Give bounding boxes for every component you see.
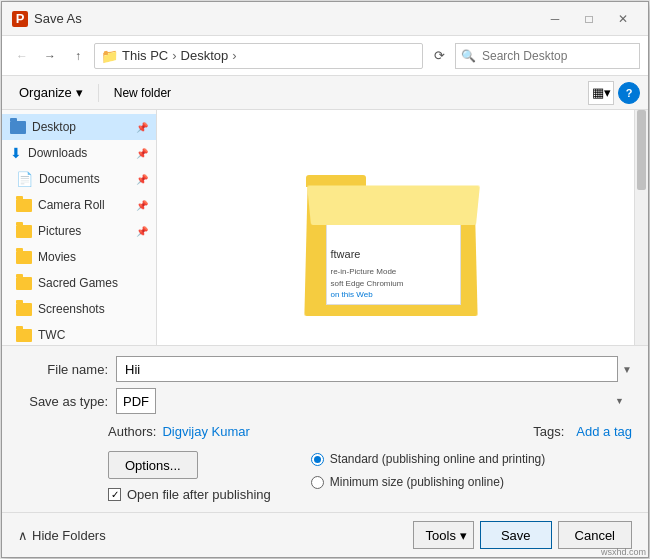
save-type-label: Save as type:	[18, 394, 108, 409]
watermark: wsxhd.com	[601, 547, 646, 557]
scrollbar-thumb[interactable]	[637, 110, 646, 190]
breadcrumb-folder-icon: 📁	[101, 48, 118, 64]
hide-folders-chevron-icon: ∧	[18, 528, 28, 543]
tools-chevron-icon: ▾	[460, 528, 467, 543]
title-bar-controls: ─ □ ✕	[540, 9, 638, 29]
breadcrumb-chevron: ›	[232, 48, 236, 63]
radio-minimum-row[interactable]: Minimum size (publishing online)	[311, 474, 545, 491]
breadcrumb-separator: ›	[172, 48, 176, 63]
forward-button[interactable]: →	[38, 44, 62, 68]
refresh-button[interactable]: ⟳	[427, 44, 451, 68]
sidebar-item-desktop[interactable]: Desktop 📌	[2, 114, 156, 140]
search-container: 🔍	[455, 43, 640, 69]
bottom-area: File name: ▼ Save as type: PDF Authors: …	[2, 345, 648, 512]
toolbar-right: ▦ ▾ ?	[588, 81, 640, 105]
toolbar: Organize ▾ New folder ▦ ▾ ?	[2, 76, 648, 110]
authors-label: Authors:	[108, 424, 156, 439]
view-chevron-icon: ▾	[604, 85, 611, 100]
save-as-dialog: P Save As ─ □ ✕ ← → ↑ 📁 This PC › Deskto…	[1, 1, 649, 558]
view-button[interactable]: ▦ ▾	[588, 81, 614, 105]
title-bar: P Save As ─ □ ✕	[2, 2, 648, 36]
options-button[interactable]: Options...	[108, 451, 198, 479]
footer-right: Tools ▾ Save Cancel	[413, 521, 632, 549]
file-name-chevron: ▼	[622, 364, 632, 375]
radio-minimum[interactable]	[311, 476, 324, 489]
screenshots-icon	[16, 303, 32, 316]
sidebar-item-sacred-games[interactable]: Sacred Games	[2, 270, 156, 296]
file-name-input[interactable]	[116, 356, 618, 382]
sidebar-item-documents[interactable]: 📄 Documents 📌	[2, 166, 156, 192]
folder-paper-text: ftware re-in-Picture Mode soft Edge Chro…	[327, 243, 408, 304]
scrollbar[interactable]	[634, 110, 648, 345]
folder-flap	[307, 186, 480, 225]
folder-visual: ftware re-in-Picture Mode soft Edge Chro…	[306, 155, 486, 315]
content-area: Desktop 📌 ⬇ Downloads 📌 📄 Documents 📌 Ca…	[2, 110, 648, 345]
hide-folders-button[interactable]: ∧ Hide Folders	[18, 528, 106, 543]
close-button[interactable]: ✕	[608, 9, 638, 29]
file-name-row: File name: ▼	[18, 356, 632, 382]
pictures-icon	[16, 225, 32, 238]
back-button[interactable]: ←	[10, 44, 34, 68]
save-type-select[interactable]: PDF	[116, 388, 156, 414]
pin-icon: 📌	[136, 122, 148, 133]
organize-button[interactable]: Organize ▾	[10, 81, 92, 105]
sidebar-item-pictures[interactable]: Pictures 📌	[2, 218, 156, 244]
help-button[interactable]: ?	[618, 82, 640, 104]
sidebar: Desktop 📌 ⬇ Downloads 📌 📄 Documents 📌 Ca…	[2, 110, 157, 345]
right-options: Standard (publishing online and printing…	[311, 451, 545, 502]
cancel-button[interactable]: Cancel	[558, 521, 632, 549]
documents-icon: 📄	[16, 171, 33, 187]
tags-label: Tags:	[533, 424, 564, 439]
file-name-label: File name:	[18, 362, 108, 377]
save-button[interactable]: Save	[480, 521, 552, 549]
sidebar-item-camera-roll[interactable]: Camera Roll 📌	[2, 192, 156, 218]
open-file-label: Open file after publishing	[127, 487, 271, 502]
radio-standard-label: Standard (publishing online and printing…	[330, 451, 545, 468]
search-input[interactable]	[455, 43, 640, 69]
radio-standard-row[interactable]: Standard (publishing online and printing…	[311, 451, 545, 468]
sidebar-item-movies[interactable]: Movies	[2, 244, 156, 270]
movies-icon	[16, 251, 32, 264]
hide-folders-label: Hide Folders	[32, 528, 106, 543]
nav-bar: ← → ↑ 📁 This PC › Desktop › ⟳ 🔍	[2, 36, 648, 76]
dialog-title: Save As	[34, 11, 540, 26]
sidebar-item-downloads[interactable]: ⬇ Downloads 📌	[2, 140, 156, 166]
sacred-games-icon	[16, 277, 32, 290]
pin-icon-docs: 📌	[136, 174, 148, 185]
scrollbar-track	[635, 110, 648, 345]
minimize-button[interactable]: ─	[540, 9, 570, 29]
camera-roll-icon	[16, 199, 32, 212]
app-icon: P	[12, 11, 28, 27]
tags-value[interactable]: Add a tag	[576, 424, 632, 439]
left-options: Options... ✓ Open file after publishing	[108, 451, 271, 502]
maximize-button[interactable]: □	[574, 9, 604, 29]
new-folder-button[interactable]: New folder	[105, 81, 180, 105]
downloads-arrow-icon: ⬇	[10, 145, 22, 161]
tools-button[interactable]: Tools ▾	[413, 521, 474, 549]
main-area[interactable]: ftware re-in-Picture Mode soft Edge Chro…	[157, 110, 634, 345]
footer: ∧ Hide Folders Tools ▾ Save Cancel wsxhd…	[2, 512, 648, 557]
open-file-checkbox[interactable]: ✓	[108, 488, 121, 501]
folder-preview: ftware re-in-Picture Mode soft Edge Chro…	[306, 130, 486, 340]
sidebar-item-screenshots[interactable]: Screenshots	[2, 296, 156, 322]
pin-icon-camera: 📌	[136, 200, 148, 211]
save-type-row: Save as type: PDF	[18, 388, 632, 414]
radio-standard[interactable]	[311, 453, 324, 466]
radio-minimum-label: Minimum size (publishing online)	[330, 474, 504, 491]
toolbar-separator	[98, 84, 99, 102]
authors-value[interactable]: Digvijay Kumar	[162, 424, 249, 439]
desktop-folder-icon	[10, 121, 26, 134]
pin-icon-downloads: 📌	[136, 148, 148, 159]
search-icon: 🔍	[461, 49, 476, 63]
breadcrumb-this-pc[interactable]: This PC	[122, 48, 168, 63]
save-type-wrapper: PDF	[116, 388, 632, 414]
up-button[interactable]: ↑	[66, 44, 90, 68]
breadcrumb-current[interactable]: Desktop	[181, 48, 229, 63]
organize-chevron-icon: ▾	[76, 85, 83, 100]
options-area: Options... ✓ Open file after publishing …	[18, 447, 632, 502]
open-file-checkbox-row[interactable]: ✓ Open file after publishing	[108, 487, 271, 502]
breadcrumb[interactable]: 📁 This PC › Desktop ›	[94, 43, 423, 69]
twc-icon	[16, 329, 32, 342]
sidebar-item-twc[interactable]: TWC	[2, 322, 156, 345]
tags-area: Tags: Add a tag	[533, 424, 632, 439]
